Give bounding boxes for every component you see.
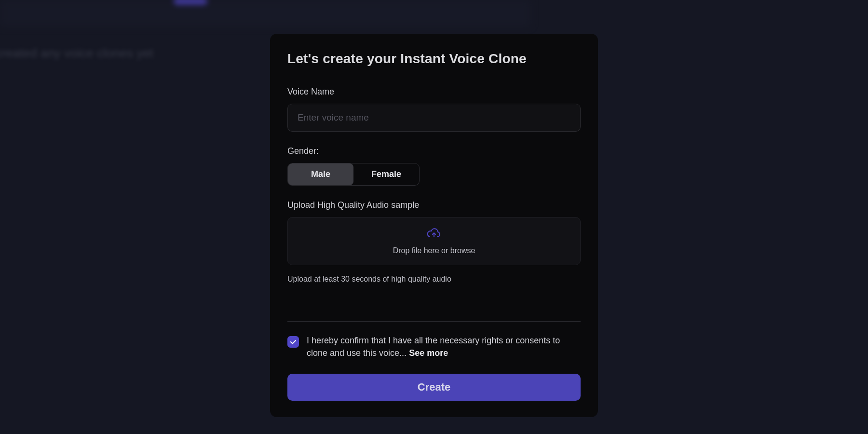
audio-dropzone[interactable]: Drop file here or browse — [287, 217, 581, 265]
create-button[interactable]: Create — [287, 374, 581, 401]
upload-section: Upload High Quality Audio sample Drop fi… — [287, 200, 581, 284]
upload-hint: Upload at least 30 seconds of high quali… — [287, 275, 581, 284]
check-icon — [290, 339, 297, 345]
voice-name-label: Voice Name — [287, 87, 581, 97]
voice-clone-modal: Let's create your Instant Voice Clone Vo… — [270, 34, 598, 417]
gender-section: Gender: Male Female — [287, 146, 581, 186]
backdrop-blurred-text: created any voice clones yet — [0, 46, 153, 61]
backdrop-pill — [174, 0, 207, 5]
cloud-upload-icon — [288, 228, 580, 242]
gender-label: Gender: — [287, 146, 581, 156]
voice-name-input[interactable] — [287, 104, 581, 132]
backdrop-band — [0, 0, 530, 27]
gender-option-female[interactable]: Female — [353, 163, 419, 185]
consent-text: I hereby confirm that I have all the nec… — [307, 334, 581, 359]
see-more-link[interactable]: See more — [409, 348, 448, 358]
upload-label: Upload High Quality Audio sample — [287, 200, 581, 210]
dropzone-text: Drop file here or browse — [288, 246, 580, 255]
consent-row: I hereby confirm that I have all the nec… — [287, 334, 581, 359]
consent-checkbox[interactable] — [287, 336, 299, 348]
voice-name-section: Voice Name — [287, 87, 581, 132]
gender-toggle: Male Female — [287, 163, 420, 186]
divider — [287, 321, 581, 322]
gender-option-male[interactable]: Male — [288, 163, 353, 185]
modal-title: Let's create your Instant Voice Clone — [287, 51, 581, 67]
